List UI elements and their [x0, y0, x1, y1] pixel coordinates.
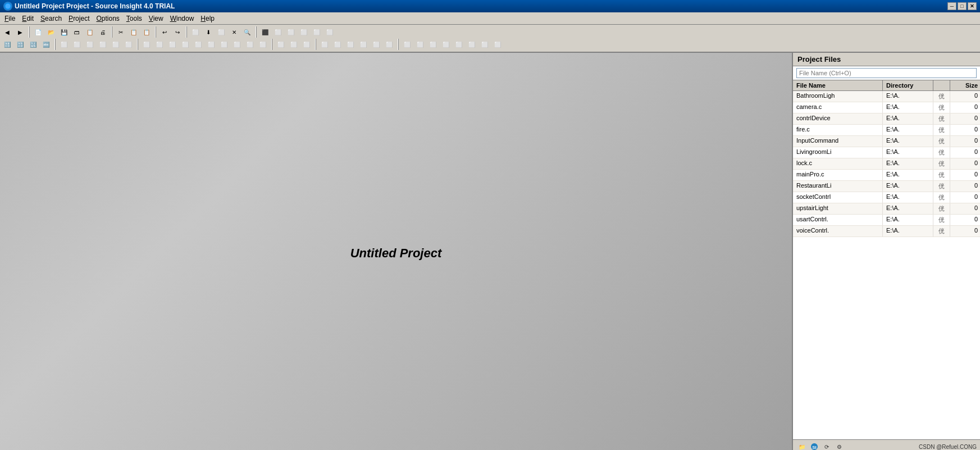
table-row[interactable]: mainPro.cE:\A.侊0 — [793, 170, 980, 181]
table-row[interactable]: InputCommandE:\A.侊0 — [793, 136, 980, 147]
stop-button[interactable]: ✕ — [228, 26, 240, 38]
table-row[interactable]: contrlDeviceE:\A.侊0 — [793, 113, 980, 125]
tb2-b2[interactable]: 🔡 — [14, 39, 26, 50]
table-row[interactable]: BathroomLighE:\A.侊0 — [793, 91, 980, 102]
tb2-g5[interactable]: ⬜ — [453, 39, 465, 50]
save-button[interactable]: 💾 — [58, 26, 70, 38]
tb2-e2[interactable]: ⬜ — [288, 39, 300, 50]
tb2-d1[interactable]: ⬜ — [140, 39, 153, 50]
menu-project[interactable]: Project — [65, 13, 93, 24]
pf-refresh-icon[interactable]: ⟳ — [821, 442, 832, 450]
jump-button[interactable]: ⬜ — [189, 26, 202, 38]
tb-icon-a6[interactable]: ⬜ — [323, 26, 336, 38]
toolbar-sep-6 — [54, 39, 56, 50]
menu-file[interactable]: File — [1, 13, 19, 24]
back-button[interactable]: ◀ — [1, 26, 13, 38]
tb2-f5[interactable]: ⬜ — [370, 39, 382, 50]
tb2-g2[interactable]: ⬜ — [414, 39, 426, 50]
pf-add-icon[interactable]: 📁 — [796, 442, 808, 450]
tb2-g1[interactable]: ⬜ — [401, 39, 413, 50]
table-row[interactable]: socketContrlE:\A.侊0 — [793, 192, 980, 203]
tb2-d3[interactable]: ⬜ — [166, 39, 179, 50]
file-name-cell: upstairLight — [793, 203, 883, 214]
file-size-cell: 0 — [950, 102, 980, 113]
table-row[interactable]: usartContrl.E:\A.侊0 — [793, 215, 980, 226]
tb2-f2[interactable]: ⬜ — [331, 39, 344, 50]
tb2-c6[interactable]: ⬜ — [122, 39, 135, 50]
toolbar-sep-8 — [271, 39, 272, 50]
table-row[interactable]: lock.cE:\A.侊0 — [793, 158, 980, 170]
tb2-c4[interactable]: ⬜ — [97, 39, 109, 50]
copy-button[interactable]: 📋 — [127, 26, 140, 38]
file-flag-cell: 侊 — [933, 226, 950, 237]
tb2-b4[interactable]: 🔤 — [40, 39, 52, 50]
tb2-d2[interactable]: ⬜ — [153, 39, 166, 50]
table-row[interactable]: fire.cE:\A.侊0 — [793, 125, 980, 136]
tb2-d6[interactable]: ⬜ — [205, 39, 217, 50]
tb2-g8[interactable]: ⬜ — [491, 39, 504, 50]
menu-window[interactable]: Window — [167, 13, 198, 24]
tb2-b3[interactable]: 🔣 — [27, 39, 39, 50]
tb-icon-a3[interactable]: ⬜ — [285, 26, 297, 38]
tb2-c1[interactable]: ⬜ — [58, 39, 70, 50]
table-row[interactable]: voiceContrl.E:\A.侊0 — [793, 226, 980, 237]
tb-icon-a1[interactable]: ⬛ — [259, 26, 271, 38]
new-file-button[interactable]: 📄 — [32, 26, 44, 38]
tb2-f1[interactable]: ⬜ — [318, 39, 331, 50]
minimize-button[interactable]: ─ — [947, 2, 956, 10]
tb2-e3[interactable]: ⬜ — [300, 39, 313, 50]
pf-si-icon[interactable]: SI — [809, 442, 820, 450]
file-dir-cell: E:\A. — [883, 158, 933, 169]
menu-search[interactable]: Search — [37, 13, 65, 24]
menu-options[interactable]: Options — [93, 13, 122, 24]
tb2-f6[interactable]: ⬜ — [383, 39, 395, 50]
tb2-f3[interactable]: ⬜ — [344, 39, 357, 50]
tb2-d7[interactable]: ⬜ — [218, 39, 230, 50]
tb2-c3[interactable]: ⬜ — [84, 39, 96, 50]
tb2-d10[interactable]: ⬜ — [257, 39, 269, 50]
tb2-c2[interactable]: ⬜ — [71, 39, 83, 50]
goto-button[interactable]: ⬜ — [215, 26, 227, 38]
reload-button[interactable]: ⬇ — [202, 26, 215, 38]
tb2-g6[interactable]: ⬜ — [466, 39, 478, 50]
tb2-g7[interactable]: ⬜ — [478, 39, 491, 50]
table-row[interactable]: LivingroomLiE:\A.侊0 — [793, 147, 980, 158]
redo-button[interactable]: ↪ — [171, 26, 184, 38]
tb2-d9[interactable]: ⬜ — [244, 39, 256, 50]
tb2-d8[interactable]: ⬜ — [231, 39, 243, 50]
menu-tools[interactable]: Tools — [123, 13, 145, 24]
menu-view[interactable]: View — [145, 13, 167, 24]
tb2-d5[interactable]: ⬜ — [192, 39, 204, 50]
toolbar-row-2: 🔠 🔡 🔣 🔤 ⬜ ⬜ ⬜ ⬜ ⬜ ⬜ ⬜ ⬜ ⬜ ⬜ ⬜ ⬜ ⬜ ⬜ ⬜ ⬜ … — [0, 38, 980, 51]
open-button[interactable]: 📂 — [45, 26, 57, 38]
tb2-e1[interactable]: ⬜ — [275, 39, 287, 50]
tb-icon-a2[interactable]: ⬜ — [272, 26, 284, 38]
search-btn[interactable]: 🔍 — [241, 26, 253, 38]
tb2-f4[interactable]: ⬜ — [357, 39, 370, 50]
print-button[interactable]: 🖨 — [97, 26, 109, 38]
tb2-d4[interactable]: ⬜ — [179, 39, 192, 50]
tb2-g4[interactable]: ⬜ — [440, 39, 452, 50]
editor-area: Untitled Project — [0, 53, 792, 450]
menu-edit[interactable]: Edit — [19, 13, 37, 24]
cut-button[interactable]: ✂ — [115, 26, 127, 38]
table-row[interactable]: camera.cE:\A.侊0 — [793, 102, 980, 113]
save-all-button[interactable]: 🗃 — [71, 26, 83, 38]
file-size-cell: 0 — [950, 203, 980, 214]
tb-icon-a4[interactable]: ⬜ — [298, 26, 310, 38]
close-file-button[interactable]: 📋 — [84, 26, 96, 38]
tb2-g3[interactable]: ⬜ — [427, 39, 439, 50]
tb2-b1[interactable]: 🔠 — [1, 39, 13, 50]
tb-icon-a5[interactable]: ⬜ — [311, 26, 323, 38]
file-search-input[interactable] — [796, 68, 977, 78]
undo-button[interactable]: ↩ — [158, 26, 171, 38]
table-row[interactable]: upstairLightE:\A.侊0 — [793, 203, 980, 215]
forward-button[interactable]: ▶ — [14, 26, 26, 38]
table-row[interactable]: RestaurantLiE:\A.侊0 — [793, 181, 980, 192]
close-button[interactable]: ✕ — [968, 2, 977, 10]
paste-button[interactable]: 📋 — [140, 26, 153, 38]
menu-help[interactable]: Help — [197, 13, 218, 24]
tb2-c5[interactable]: ⬜ — [110, 39, 122, 50]
maximize-button[interactable]: □ — [958, 2, 967, 10]
pf-settings-icon[interactable]: ⚙ — [833, 442, 845, 450]
